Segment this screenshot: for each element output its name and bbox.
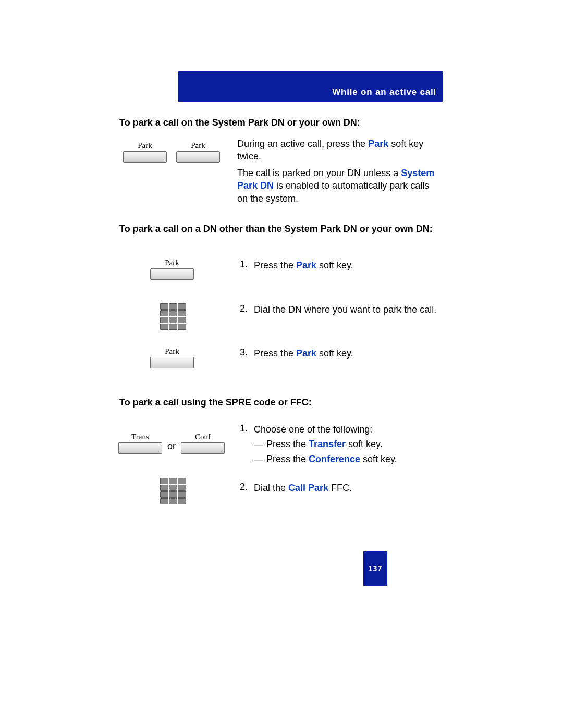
step-number: 2. [237,482,248,492]
softkey-label: Conf [195,433,211,441]
step1-spre-text: Choose one of the following: — Press the… [254,423,442,467]
softkey-label: Park [191,141,205,150]
step2-spre-text: Dial the Call Park FFC. [254,482,442,494]
text: During an active call, press the [237,139,368,149]
document-page: While on an active call To park a call o… [0,0,563,728]
dash-icon: — [254,453,266,465]
link-park: Park [296,260,316,270]
softkey-conf: Conf [181,433,225,454]
keypad-icon [160,303,185,329]
or-label: or [167,441,176,452]
keypad-icon-2 [160,478,185,503]
softkey-park-2: Park [176,141,220,163]
link-conference: Conference [309,454,360,464]
page-number: 137 [369,564,382,573]
section1-paragraph2: The call is parked on your DN unless a S… [237,167,440,205]
page-number-box: 137 [363,551,387,586]
softkey-park-step1: Park [150,258,194,280]
step-number: 1. [237,259,248,270]
heading-park-system: To park a call on the System Park DN or … [119,116,360,129]
text: Press the [254,348,296,359]
text: Dial the [254,483,288,493]
step-number: 1. [237,423,248,434]
text: soft key. [316,348,353,359]
heading-park-spre: To park a call using the SPRE code or FF… [119,396,312,409]
text: FFC. [328,483,352,493]
softkey-pair-park: Park Park [123,141,220,163]
softkey-button-icon [150,357,194,368]
text: soft key. [346,439,383,449]
section-title: While on an active call [332,87,436,97]
softkey-button-icon [150,268,194,280]
step2-text: Dial the DN where you want to park the c… [254,303,442,316]
text: Press the [266,439,309,449]
link-park: Park [296,348,316,359]
softkey-label: Park [165,347,179,356]
step3-text: Press the Park soft key. [254,347,442,360]
section1-paragraph1: During an active call, press the Park so… [237,138,435,163]
softkey-trans-conf: Trans or Conf [118,433,225,454]
softkey-button-icon [181,442,225,454]
step-number: 2. [237,303,248,314]
softkey-button-icon [176,151,220,163]
text: Press the [266,454,309,464]
text: soft key. [316,260,353,270]
softkey-label: Park [165,258,179,267]
softkey-park-step3: Park [150,347,194,368]
section-header-bar: While on an active call [178,71,443,102]
link-call-park: Call Park [288,483,328,493]
link-park: Park [368,139,388,149]
heading-park-other: To park a call on a DN other than the Sy… [119,223,443,235]
dash-icon: — [254,438,266,450]
text: Choose one of the following: [254,423,442,436]
link-transfer: Transfer [309,439,346,449]
text: soft key. [360,454,397,464]
text: The call is parked on your DN unless a [237,168,401,178]
softkey-park-1: Park [123,141,167,163]
step-number: 3. [237,347,248,358]
softkey-label: Park [138,141,152,150]
softkey-button-icon [118,442,162,454]
softkey-button-icon [123,151,167,163]
softkey-label: Trans [131,433,149,441]
step1-text: Press the Park soft key. [254,259,442,272]
softkey-trans: Trans [118,433,162,454]
text: Press the [254,260,296,270]
